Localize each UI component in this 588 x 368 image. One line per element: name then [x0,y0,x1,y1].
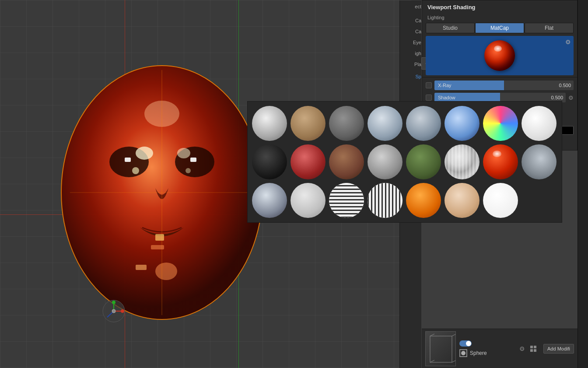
xray-checkbox[interactable] [426,82,432,88]
partial-label-igh: igh [415,51,421,56]
matcap-item-15[interactable] [483,144,518,179]
svg-rect-16 [136,265,147,270]
bottom-actions: Sphere [459,340,487,357]
object-thumbnail [425,331,456,366]
matcap-item-18[interactable] [290,183,326,218]
matcap-item-22[interactable] [444,183,480,218]
shading-panel: ⚙ ⇔ ect Ca Ca Eye igh Pla Sp S ort Viewp… [422,0,578,151]
matcap-grid [247,101,562,223]
svg-point-9 [155,263,177,280]
flat-button[interactable]: Flat [525,23,574,33]
bottom-tools: ⚙ [517,344,538,354]
partial-label-sp: Sp [416,74,421,79]
matcap-item-14[interactable] [444,144,480,179]
svg-rect-30 [534,346,536,348]
matcap-gear-icon[interactable]: ⚙ [565,39,571,46]
matcap-item-2[interactable] [290,106,326,141]
svg-point-7 [177,148,190,158]
partial-label-ect: ect [415,4,421,9]
divider-1 [422,77,577,77]
matcap-item-16[interactable] [522,144,556,179]
svg-rect-5 [190,158,196,162]
xray-label: X-Ray [438,83,452,88]
svg-point-13 [186,168,191,173]
matcap-item-3[interactable] [329,106,364,141]
matcap-item-21[interactable] [406,183,441,218]
matcap-item-20[interactable] [368,183,402,218]
matcap-item-23[interactable] [483,183,518,218]
svg-rect-15 [151,245,164,249]
matcap-item-1[interactable] [252,106,287,141]
svg-line-25 [430,334,434,336]
toggle-switch[interactable] [459,340,472,347]
matcap-item-19[interactable] [329,183,364,218]
matcap-item-9[interactable] [252,144,287,179]
svg-rect-4 [125,158,131,162]
lighting-label: Lighting [422,13,577,22]
matcap-item-8[interactable] [522,106,556,141]
svg-point-21 [112,309,116,313]
svg-rect-32 [534,349,536,352]
svg-point-6 [136,147,153,160]
svg-point-23 [112,301,116,304]
matcap-item-7[interactable] [483,106,518,141]
partial-label-ca1: Ca [415,18,421,23]
svg-rect-14 [155,234,164,241]
svg-point-22 [121,309,124,313]
sphere-label: Sphere [470,350,487,356]
matcap-item-5[interactable] [406,106,441,141]
right-edge-sidebar [578,0,588,368]
svg-line-26 [452,334,456,336]
shading-panel-title: Viewport Shading [422,0,577,13]
svg-line-27 [452,360,456,362]
studio-button[interactable]: Studio [426,23,475,33]
shadow-label: Shadow [438,95,455,100]
svg-rect-31 [530,349,533,352]
partial-label-eye: Eye [413,40,421,45]
add-modifier-button[interactable]: Add Modifi [543,344,574,354]
svg-rect-29 [530,346,533,348]
matcap-preview[interactable]: ⚙ [426,36,574,75]
matcap-item-11[interactable] [329,144,364,179]
bottom-panel: Sphere ⚙ Add Modifi [422,329,578,368]
matcap-item-6[interactable] [444,106,480,141]
shadow-checkbox[interactable] [426,95,432,101]
matcap-item-12[interactable] [368,144,402,179]
tool-icon-1[interactable]: ⚙ [517,344,527,354]
partial-label-pla: Pla [414,62,421,67]
xray-row: X-Ray 0.500 [422,79,577,91]
navigation-gizmo[interactable] [101,298,127,324]
svg-line-28 [430,360,434,362]
sphere-icon [459,349,467,357]
matcap-item-17[interactable] [252,183,287,218]
shadow-gear-icon[interactable]: ⚙ [568,95,574,101]
matcap-sphere [484,40,515,71]
matcap-item-10[interactable] [290,144,326,179]
xray-slider[interactable]: X-Ray 0.500 [434,81,574,90]
matcap-item-13[interactable] [406,144,441,179]
xray-value: 0.500 [559,83,571,88]
modifier-icon[interactable] [528,344,538,354]
partial-label-ca2: Ca [415,29,421,34]
svg-point-12 [132,167,139,174]
matcap-item-4[interactable] [368,106,402,141]
shadow-value: 0.500 [551,95,563,100]
matcap-button[interactable]: MatCap [475,23,524,33]
svg-rect-24 [430,336,452,362]
lighting-buttons: Studio MatCap Flat [426,23,574,33]
